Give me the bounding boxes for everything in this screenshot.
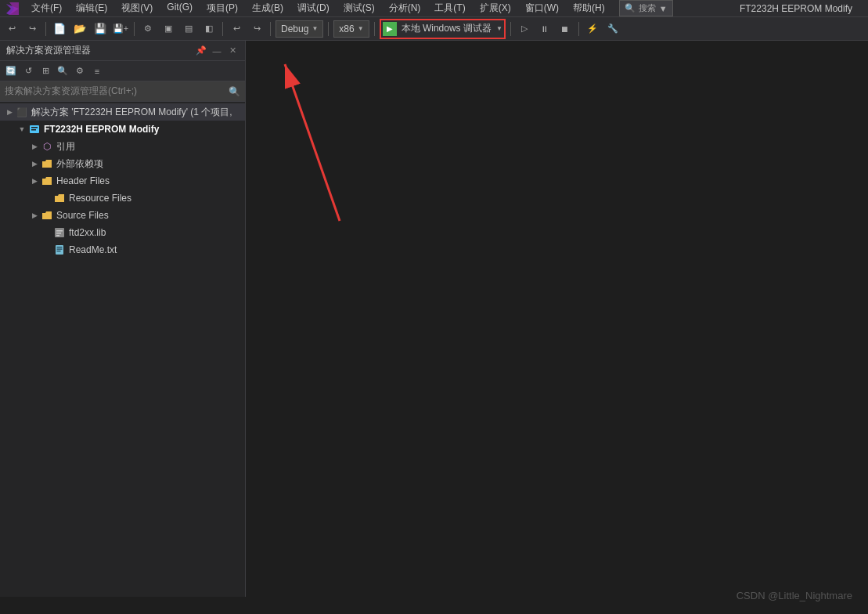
menu-test[interactable]: 测试(S) (337, 0, 381, 16)
platform-dropdown-arrow: ▼ (358, 25, 364, 32)
search-box[interactable]: 🔍 搜索 ▼ (619, 0, 673, 16)
toolbar-separator-5 (328, 22, 329, 36)
resource-files-label: Resource Files (69, 193, 131, 204)
pin-icon[interactable]: 📌 (195, 45, 207, 57)
menu-build[interactable]: 生成(B) (246, 0, 290, 16)
toolbar-btn-6[interactable]: ▣ (160, 20, 177, 38)
platform-label: x86 (339, 23, 354, 34)
external-deps-icon (41, 157, 53, 170)
menu-file[interactable]: 文件(F) (25, 0, 68, 16)
redo-button[interactable]: ↪ (23, 20, 41, 38)
readme-node[interactable]: ▶ ReadMe.txt (0, 241, 245, 258)
collapse-icon[interactable]: — (211, 45, 223, 57)
external-deps-label: 外部依赖项 (56, 157, 103, 171)
toolbar-separator-7 (510, 22, 511, 36)
run-button[interactable]: ▶ (383, 22, 397, 36)
sync-btn[interactable]: 🔄 (3, 63, 19, 79)
project-node[interactable]: ▼ FT2232H EEPROM Modify (0, 121, 245, 138)
toolbar-btn-diag[interactable]: 🔧 (604, 20, 621, 38)
menu-extensions[interactable]: 扩展(X) (474, 0, 517, 16)
refresh-btn[interactable]: ↺ (20, 63, 36, 79)
ftd2xx-lib-node[interactable]: ▶ ftd2xx.lib (0, 224, 245, 241)
project-label: FT2232H EEPROM Modify (44, 124, 159, 135)
menu-project[interactable]: 项目(P) (200, 0, 244, 16)
undo-button[interactable]: ↩ (3, 20, 20, 38)
resource-files-icon (53, 192, 66, 204)
svg-rect-9 (56, 245, 63, 255)
sidebar-tool-btn5[interactable]: ⚙ (72, 63, 88, 79)
source-files-icon (41, 209, 53, 222)
run-label[interactable]: 本地 Windows 调试器 (398, 22, 495, 35)
toolbar-btn-extra1[interactable]: ⏸ (536, 20, 553, 38)
menu-analyze[interactable]: 分析(N) (383, 0, 427, 16)
sidebar-tool-btn4[interactable]: 🔍 (55, 63, 70, 79)
toolbar-btn-8[interactable]: ◧ (200, 20, 218, 38)
external-deps-arrow: ▶ (28, 157, 41, 170)
svg-rect-4 (31, 129, 36, 131)
toolbar-separator-4 (270, 22, 271, 36)
menu-debug[interactable]: 调试(D) (291, 0, 336, 16)
run-button-group: ▶ 本地 Windows 调试器 ▼ (380, 19, 506, 39)
references-node[interactable]: ▶ ⬡ 引用 (0, 138, 245, 155)
menu-bar: 文件(F) 编辑(E) 视图(V) Git(G) 项目(P) 生成(B) 调试(… (25, 0, 862, 16)
header-files-icon (41, 175, 53, 187)
config-dropdown[interactable]: Debug ▼ (276, 20, 323, 38)
menu-git[interactable]: Git(G) (160, 0, 199, 16)
main-toolbar: ↩ ↪ 📄 📂 💾 💾+ ⚙ ▣ ▤ ◧ ↩ ↪ Debug ▼ x86 ▼ ▶… (0, 17, 868, 41)
toolbar-btn-5[interactable]: ⚙ (139, 20, 157, 38)
sidebar-title: 解决方案资源管理器 (6, 44, 91, 57)
header-files-label: Header Files (56, 175, 110, 186)
toolbar-separator-8 (578, 22, 579, 36)
references-arrow: ▶ (28, 140, 41, 153)
close-icon[interactable]: ✕ (226, 45, 239, 57)
solution-arrow: ▶ (3, 106, 16, 118)
references-label: 引用 (56, 140, 75, 154)
sidebar-search-label: 搜索解决方案资源管理器(Ctrl+;) (5, 85, 225, 98)
filter-btn[interactable]: ⊞ (38, 63, 53, 79)
project-arrow: ▼ (16, 123, 28, 135)
run-secondary-btn[interactable]: ▷ (516, 20, 533, 38)
watermark: CSDN @Little_Nightmare (737, 590, 852, 601)
main-area: 解决方案资源管理器 📌 — ✕ 🔄 ↺ ⊞ 🔍 ⚙ ≡ 搜索解决方案资源管理器(… (0, 41, 868, 597)
readme-label: ReadMe.txt (69, 244, 117, 255)
run-dropdown-arrow[interactable]: ▼ (496, 25, 502, 32)
toolbar-btn-7[interactable]: ▤ (180, 20, 197, 38)
solution-icon: ⬛ (16, 106, 28, 118)
header-files-node[interactable]: ▶ Header Files (0, 172, 245, 190)
sidebar-tool-btn6[interactable]: ≡ (89, 63, 105, 79)
toolbar-separator-3 (222, 22, 223, 36)
open-button[interactable]: 📂 (71, 20, 88, 38)
external-deps-node[interactable]: ▶ 外部依赖项 (0, 155, 245, 172)
window-title: FT2232H EEPROM Modify (740, 3, 852, 14)
toolbar-btn-perf[interactable]: ⚡ (584, 20, 601, 38)
menu-view[interactable]: 视图(V) (115, 0, 159, 16)
sidebar-header: 解决方案资源管理器 📌 — ✕ (0, 41, 245, 61)
menu-help[interactable]: 帮助(H) (567, 0, 611, 16)
save-button[interactable]: 💾 (92, 20, 109, 38)
source-files-arrow: ▶ (28, 209, 41, 222)
save-all-button[interactable]: 💾+ (112, 20, 129, 38)
menu-edit[interactable]: 编辑(E) (70, 0, 113, 16)
svg-marker-1 (9, 2, 19, 15)
toolbar-separator-2 (134, 22, 135, 36)
resource-files-node[interactable]: ▶ Resource Files (0, 190, 245, 207)
solution-node[interactable]: ▶ ⬛ 解决方案 'FT2232H EEPROM Modify' (1 个项目, (0, 103, 245, 121)
menu-tools[interactable]: 工具(T) (428, 0, 471, 16)
toolbar-redo2[interactable]: ↪ (248, 20, 265, 38)
new-file-button[interactable]: 📄 (51, 20, 68, 38)
toolbar-btn-extra2[interactable]: ⏹ (556, 20, 574, 38)
platform-dropdown[interactable]: x86 ▼ (333, 20, 369, 38)
sidebar-search-bar[interactable]: 搜索解决方案资源管理器(Ctrl+;) 🔍 (0, 81, 245, 102)
menu-window[interactable]: 窗口(W) (519, 0, 565, 16)
content-area (246, 41, 868, 597)
svg-rect-6 (56, 230, 63, 232)
title-bar: 文件(F) 编辑(E) 视图(V) Git(G) 项目(P) 生成(B) 调试(… (0, 0, 868, 17)
svg-rect-7 (56, 233, 61, 234)
toolbar-undo2[interactable]: ↩ (228, 20, 245, 38)
svg-rect-8 (56, 235, 59, 237)
vs-logo-icon (6, 2, 19, 15)
ftd2xx-lib-icon (53, 226, 66, 239)
source-files-node[interactable]: ▶ Source Files (0, 207, 245, 224)
project-icon (28, 123, 41, 135)
header-files-arrow: ▶ (28, 175, 41, 187)
